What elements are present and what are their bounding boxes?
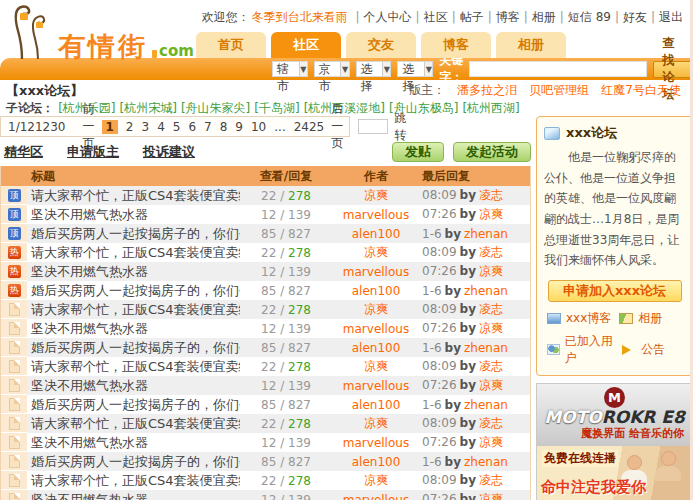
thread-title-link[interactable]: 坚决不用燃气热水器 xyxy=(31,264,148,279)
topbar-link[interactable]: 社区 xyxy=(424,10,448,24)
author-link[interactable]: 凉爽 xyxy=(364,245,388,259)
topbar-link[interactable]: 好友 xyxy=(623,10,647,24)
thread-title-link[interactable]: 请大家帮个忙，正版CS4套装便宜卖给需要的公司和个人 xyxy=(31,473,240,488)
thread-title-link[interactable]: 婚后买房两人一起按揭房子的，你们会不会写上老婆的名字？ xyxy=(31,454,240,469)
thread-title-link[interactable]: 婚后买房两人一起按揭房子的，你们会不会写上老婆的名字？ xyxy=(31,283,240,298)
last-reply-author[interactable]: 凉爽 xyxy=(479,207,503,221)
last-reply-author[interactable]: 凉爽 xyxy=(479,264,503,278)
author-link[interactable]: marvellous xyxy=(343,436,409,450)
last-reply-author[interactable]: 凉爽 xyxy=(479,492,503,500)
subforum-link[interactable]: [舟山朱家尖] xyxy=(181,101,250,115)
page-number[interactable]: 1 xyxy=(102,120,118,134)
subforum-link[interactable]: [杭州西湖] xyxy=(462,101,519,115)
toolbar-link-投诉建议[interactable]: 投诉建议 xyxy=(143,144,195,159)
post-button[interactable]: 发贴 xyxy=(392,142,444,162)
sidebar-link-已加入用户[interactable]: 已加入用户 xyxy=(547,333,619,367)
thread-title-link[interactable]: 坚决不用燃气热水器 xyxy=(31,492,148,500)
jump-label[interactable]: 跳转 xyxy=(394,110,406,144)
filter-select-3[interactable]: 请选择▼ xyxy=(356,61,392,77)
last-reply-author[interactable]: 凌志 xyxy=(479,359,503,373)
page-number[interactable]: 8 xyxy=(220,120,228,134)
nav-tab-相册[interactable]: 相册 xyxy=(496,32,566,58)
author-link[interactable]: 凉爽 xyxy=(364,359,388,373)
author-link[interactable]: 凉爽 xyxy=(364,188,388,202)
moderator-link[interactable]: 潘多拉之泪 xyxy=(457,83,517,97)
author-link[interactable]: alen100 xyxy=(352,341,401,355)
author-link[interactable]: marvellous xyxy=(343,265,409,279)
moderator-link[interactable]: 红魔7号白天使 xyxy=(601,83,681,97)
topbar-link[interactable]: 相册 xyxy=(532,10,556,24)
page-number[interactable]: 2 xyxy=(126,120,134,134)
last-reply-author[interactable]: 凌志 xyxy=(479,302,503,316)
author-link[interactable]: marvellous xyxy=(343,493,409,500)
sidebar-link-xxx博客[interactable]: xxx博客 xyxy=(547,310,619,327)
thread-title-link[interactable]: 婚后买房两人一起按揭房子的，你们会不会写上老婆的名字？ xyxy=(31,397,240,412)
subforum-link[interactable]: [杭州宋城] xyxy=(120,101,177,115)
last-reply-author[interactable]: zhenan xyxy=(464,284,508,298)
author-link[interactable]: alen100 xyxy=(352,455,401,469)
thread-title-link[interactable]: 坚决不用燃气热水器 xyxy=(31,321,148,336)
page-number[interactable]: 2425 xyxy=(294,120,325,134)
page-number[interactable]: 9 xyxy=(235,120,243,134)
last-reply-author[interactable]: zhenan xyxy=(464,341,508,355)
subforum-link[interactable]: [杭州西溪湿地] xyxy=(304,101,385,115)
topbar-link[interactable]: 博客 xyxy=(496,10,520,24)
page-number[interactable]: 10 xyxy=(251,120,266,134)
author-link[interactable]: marvellous xyxy=(343,208,409,222)
topbar-link[interactable]: 退出 xyxy=(659,10,683,24)
thread-title-link[interactable]: 婚后买房两人一起按揭房子的，你们会不会写上老婆的名字？ xyxy=(31,340,240,355)
last-reply-author[interactable]: 凉爽 xyxy=(479,378,503,392)
sidebar-link-公告[interactable]: 公告 xyxy=(619,333,682,367)
search-forum-button[interactable]: 查找论坛 xyxy=(653,61,693,78)
last-reply-author[interactable]: 凌志 xyxy=(479,473,503,487)
username-link[interactable]: 冬季到台北来看雨 xyxy=(252,10,348,24)
author-link[interactable]: 凉爽 xyxy=(364,473,388,487)
page-number[interactable]: 4 xyxy=(157,120,165,134)
page-number[interactable]: 5 xyxy=(173,120,181,134)
page-number[interactable]: 7 xyxy=(204,120,212,134)
topbar-link[interactable]: 个人中心 xyxy=(364,10,412,24)
nav-tab-社区[interactable]: 社区 xyxy=(271,32,341,58)
filter-select-4[interactable]: 请选择▼ xyxy=(397,61,433,77)
subforum-link[interactable]: [千岛湖] xyxy=(254,101,299,115)
toolbar-link-申请版主[interactable]: 申请版主 xyxy=(67,144,119,159)
author-link[interactable]: 凉爽 xyxy=(364,416,388,430)
sidebar-link-相册[interactable]: 相册 xyxy=(619,310,682,327)
moderator-link[interactable]: 贝吧管理组 xyxy=(529,83,589,97)
toolbar-link-精华区[interactable]: 精华区 xyxy=(4,144,43,159)
last-reply-author[interactable]: zhenan xyxy=(464,398,508,412)
thread-title-link[interactable]: 坚决不用燃气热水器 xyxy=(31,207,148,222)
start-activity-button[interactable]: 发起活动 xyxy=(453,142,531,162)
author-link[interactable]: marvellous xyxy=(343,322,409,336)
topbar-link[interactable]: 短信 89 xyxy=(568,10,611,24)
thread-title-link[interactable]: 请大家帮个忙，正版CS4套装便宜卖给需要的公司和个人 xyxy=(31,416,240,431)
thread-title-link[interactable]: 请大家帮个忙，正版CS4套装便宜卖给需要的公司和个人 xyxy=(31,359,240,374)
motorola-ad-banner[interactable]: M MOTOROKR E8 魔换界面 给音乐的你 免费在线连播 命中注定我爱你 xyxy=(536,383,693,500)
nav-tab-交友[interactable]: 交友 xyxy=(346,32,416,58)
last-reply-author[interactable]: 凌志 xyxy=(479,188,503,202)
nav-tab-首页[interactable]: 首页 xyxy=(196,32,266,58)
site-logo[interactable]: 有情街 com xyxy=(8,2,194,60)
filter-select-1[interactable]: 直辖市▼ xyxy=(272,61,308,77)
nav-tab-博客[interactable]: 博客 xyxy=(421,32,491,58)
last-reply-author[interactable]: 凌志 xyxy=(479,245,503,259)
next-page-link[interactable]: 后一页 xyxy=(331,101,343,152)
thread-title-link[interactable]: 请大家帮个忙，正版CS4套装便宜卖给需要的公司和个人 xyxy=(31,188,240,203)
thread-title-link[interactable]: 婚后买房两人一起按揭房子的，你们会不会写上老婆的名字？ xyxy=(31,226,240,241)
last-reply-author[interactable]: zhenan xyxy=(464,227,508,241)
last-reply-author[interactable]: 凌志 xyxy=(479,416,503,430)
thread-title-link[interactable]: 请大家帮个忙，正版CS4套装便宜卖给需要的公司和个人 xyxy=(31,245,240,260)
topbar-link[interactable]: 帖子 xyxy=(460,10,484,24)
author-link[interactable]: marvellous xyxy=(343,379,409,393)
page-number[interactable]: 3 xyxy=(142,120,150,134)
last-reply-author[interactable]: 凉爽 xyxy=(479,321,503,335)
thread-title-link[interactable]: 坚决不用燃气热水器 xyxy=(31,378,148,393)
jump-page-input[interactable] xyxy=(358,119,388,134)
join-forum-button[interactable]: 申请加入xxx论坛 xyxy=(548,280,682,302)
page-number[interactable]: 6 xyxy=(188,120,196,134)
author-link[interactable]: 凉爽 xyxy=(364,302,388,316)
keyword-input[interactable] xyxy=(469,61,647,77)
last-reply-author[interactable]: zhenan xyxy=(464,455,508,469)
filter-select-2[interactable]: 北京市▼ xyxy=(314,61,350,77)
author-link[interactable]: alen100 xyxy=(352,284,401,298)
